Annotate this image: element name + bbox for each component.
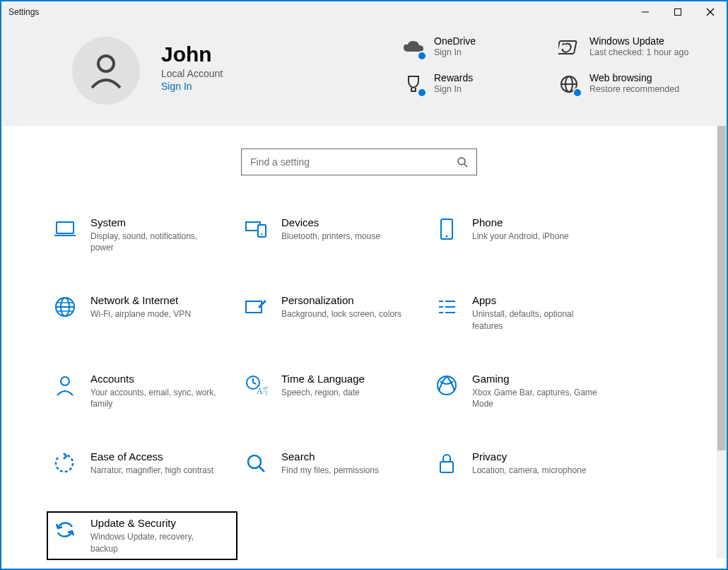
category-title: Personalization [281, 294, 401, 306]
category-system[interactable]: SystemDisplay, sound, notifications, pow… [47, 211, 237, 259]
category-subtitle: Xbox Game Bar, captures, Game Mode [472, 387, 599, 409]
lock-icon [434, 450, 459, 476]
globe-icon [557, 72, 581, 96]
devices-icon [243, 216, 269, 242]
tile-subtitle: Sign In [434, 47, 476, 58]
svg-line-33 [253, 383, 256, 384]
tile-title: Rewards [434, 72, 473, 83]
maximize-button[interactable] [662, 1, 694, 23]
brush-icon [243, 294, 269, 320]
signin-link[interactable]: Sign In [161, 81, 223, 92]
search-box[interactable] [241, 149, 477, 175]
minimize-button[interactable] [629, 1, 662, 23]
category-title: System [90, 216, 218, 228]
category-subtitle: Background, lock screen, colors [281, 308, 401, 320]
svg-point-30 [61, 377, 69, 385]
tile-title: OneDrive [434, 35, 476, 47]
tile-web-browsing[interactable]: Web browsing Restore recommended [557, 72, 698, 96]
scrollbar[interactable] [717, 126, 727, 559]
tile-subtitle: Restore recommended [589, 83, 679, 95]
laptop-icon [52, 216, 78, 242]
category-update-security[interactable]: Update & SecurityWindows Update, recover… [47, 511, 237, 559]
header-tiles: OneDrive Sign In Windows Update Last che… [401, 33, 698, 96]
globe-icon [52, 294, 78, 320]
category-title: Time & Language [281, 373, 365, 385]
svg-rect-14 [258, 225, 266, 237]
account-type: Local Account [161, 68, 223, 79]
tile-onedrive[interactable]: OneDrive Sign In [401, 35, 550, 59]
scrollbar-thumb[interactable] [717, 126, 726, 450]
person-icon [52, 373, 78, 398]
category-subtitle: Speech, region, date [281, 387, 365, 398]
phone-icon [434, 216, 459, 242]
category-title: Gaming [472, 373, 599, 385]
category-title: Network & Internet [90, 294, 191, 306]
time-language-icon: A字 [243, 373, 269, 398]
search-icon [457, 156, 468, 168]
category-title: Update & Security [90, 517, 218, 529]
header-panel: John Local Account Sign In OneDrive Sign… [1, 23, 727, 126]
svg-rect-38 [440, 462, 453, 472]
close-button[interactable] [694, 1, 727, 23]
search-input[interactable] [250, 156, 457, 168]
category-title: Phone [472, 216, 569, 228]
svg-line-10 [464, 164, 467, 167]
category-subtitle: Location, camera, microphone [472, 465, 586, 476]
cloud-icon [401, 35, 425, 59]
category-ease-of-access[interactable]: Ease of AccessNarrator, magnifier, high … [47, 445, 237, 482]
scroll-area: SystemDisplay, sound, notifications, pow… [1, 126, 717, 559]
category-subtitle: Uninstall, defaults, optional features [472, 308, 599, 331]
svg-point-17 [446, 235, 448, 238]
rewards-icon [401, 72, 425, 96]
category-subtitle: Wi-Fi, airplane mode, VPN [90, 308, 191, 320]
svg-rect-1 [675, 9, 681, 16]
svg-line-37 [259, 467, 264, 472]
tile-rewards[interactable]: Rewards Sign In [401, 72, 550, 96]
svg-point-4 [98, 56, 114, 71]
category-subtitle: Narrator, magnifier, high contrast [90, 465, 213, 476]
sync-icon [52, 517, 78, 542]
body: SystemDisplay, sound, notifications, pow… [1, 126, 727, 559]
category-title: Devices [281, 216, 380, 228]
svg-point-36 [248, 455, 261, 468]
category-subtitle: Find my files, permissions [281, 465, 379, 476]
category-title: Apps [472, 294, 599, 306]
category-network[interactable]: Network & InternetWi-Fi, airplane mode, … [47, 289, 237, 337]
category-privacy[interactable]: PrivacyLocation, camera, microphone [428, 445, 619, 482]
category-title: Accounts [90, 373, 218, 385]
category-subtitle: Bluetooth, printers, mouse [281, 231, 380, 242]
person-icon [85, 50, 127, 92]
category-personalization[interactable]: PersonalizationBackground, lock screen, … [237, 289, 428, 337]
titlebar: Settings [1, 1, 727, 23]
category-subtitle: Windows Update, recovery, backup [90, 531, 218, 554]
category-phone[interactable]: PhoneLink your Android, iPhone [428, 211, 619, 259]
svg-rect-11 [57, 222, 74, 233]
search-icon [243, 450, 269, 476]
category-gaming[interactable]: GamingXbox Game Bar, captures, Game Mode [428, 367, 619, 415]
tile-title: Web browsing [589, 72, 679, 83]
tile-subtitle: Last checked: 1 hour ago [589, 47, 688, 58]
category-accounts[interactable]: AccountsYour accounts, email, sync, work… [47, 367, 237, 415]
svg-point-15 [261, 233, 262, 235]
category-search[interactable]: SearchFind my files, permissions [237, 445, 428, 482]
tile-title: Windows Update [589, 35, 688, 47]
svg-point-9 [458, 158, 465, 165]
category-title: Privacy [472, 450, 586, 463]
category-time-language[interactable]: A字 Time & LanguageSpeech, region, date [237, 367, 428, 415]
window-title: Settings [8, 7, 39, 17]
user-name: John [161, 42, 223, 66]
category-devices[interactable]: DevicesBluetooth, printers, mouse [237, 211, 428, 259]
user-info: John Local Account Sign In [161, 33, 223, 92]
svg-text:A字: A字 [257, 386, 267, 396]
tile-windows-update[interactable]: Windows Update Last checked: 1 hour ago [557, 35, 698, 59]
ease-icon [52, 450, 78, 476]
category-title: Ease of Access [90, 450, 213, 463]
update-icon [557, 35, 581, 59]
category-subtitle: Link your Android, iPhone [472, 231, 569, 242]
apps-icon [434, 294, 459, 320]
category-subtitle: Display, sound, notifications, power [90, 231, 218, 253]
settings-grid: SystemDisplay, sound, notifications, pow… [47, 211, 674, 560]
category-apps[interactable]: AppsUninstall, defaults, optional featur… [428, 289, 619, 337]
tile-subtitle: Sign In [434, 83, 473, 95]
avatar[interactable] [72, 37, 140, 105]
